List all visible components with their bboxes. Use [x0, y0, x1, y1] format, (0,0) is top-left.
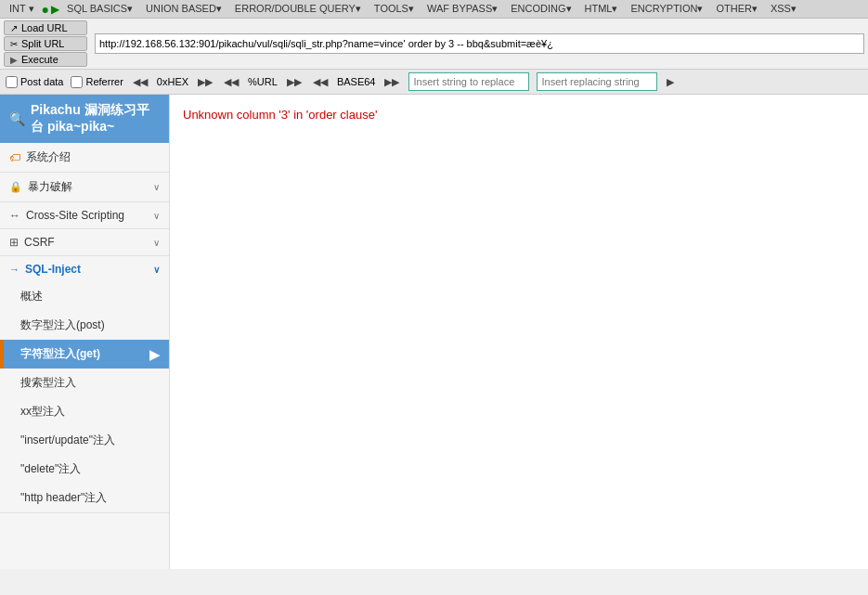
- sidebar-item-sqlinject[interactable]: → SQL-Inject ∨: [0, 256, 169, 282]
- hex-right-arrow[interactable]: ▶▶: [196, 76, 214, 88]
- section-bruteforce: 🔒 暴力破解 ∨: [0, 173, 169, 202]
- tag-icon: 🏷: [9, 151, 20, 164]
- sqlinject-label: SQL-Inject: [25, 263, 81, 276]
- menu-xss[interactable]: XSS▾: [765, 1, 802, 17]
- intro-label: 系统介绍: [26, 149, 71, 165]
- execute-button[interactable]: Execute: [4, 52, 87, 67]
- sidebar-subitem-xxtype[interactable]: xx型注入: [0, 397, 169, 426]
- sidebar-subitem-stringget[interactable]: 字符型注入(get) ▶: [0, 340, 169, 369]
- hex-left-arrow[interactable]: ◀◀: [131, 76, 149, 88]
- referrer-label: Referrer: [85, 76, 123, 87]
- menu-html[interactable]: HTML▾: [579, 1, 624, 17]
- green-play-icon[interactable]: ▶: [51, 3, 59, 16]
- active-arrow-icon: ▶: [149, 347, 160, 362]
- hex-label: 0xHEX: [157, 76, 188, 87]
- sql-arrow-icon: →: [9, 264, 19, 275]
- lock-icon: 🔒: [9, 181, 22, 193]
- section-sqlinject: → SQL-Inject ∨ 概述 数字型注入(post) 字符型注入(get)…: [0, 256, 169, 513]
- checkbox-row: Post data Referrer ◀◀ 0xHEX ▶▶ ◀◀ %URL ▶…: [0, 70, 868, 95]
- menu-encryption[interactable]: ENCRYPTION▾: [625, 1, 708, 17]
- menu-union-based[interactable]: UNION BASED▾: [140, 1, 227, 17]
- error-message: Unknown column '3' in 'order clause': [183, 108, 855, 122]
- menu-sql-basics[interactable]: SQL BASICS▾: [61, 1, 138, 17]
- sidebar-subitem-searchtype[interactable]: 搜索型注入: [0, 369, 169, 397]
- referrer-checkbox-item: Referrer: [71, 76, 123, 88]
- main-area: 🔍 Pikachu 漏洞练习平台 pika~pika~ 🏷 系统介绍 🔒 暴力破…: [0, 95, 868, 569]
- post-data-checkbox-item: Post data: [6, 76, 63, 88]
- sidebar-item-intro[interactable]: 🏷 系统介绍: [0, 143, 169, 172]
- menu-other[interactable]: OTHER▾: [710, 1, 763, 17]
- xss-chevron: ∨: [153, 211, 160, 221]
- csrf-icon: ⊞: [9, 236, 19, 249]
- sidebar-item-csrf[interactable]: ⊞ CSRF ∨: [0, 229, 169, 255]
- menu-waf-bypass[interactable]: WAF BYPASS▾: [421, 1, 503, 17]
- post-data-label: Post data: [20, 76, 63, 87]
- section-xss: ↔ Cross-Site Scripting ∨: [0, 202, 169, 229]
- load-url-button[interactable]: ↗ Load URL: [4, 20, 87, 35]
- xss-icon: ↔: [9, 209, 20, 222]
- url-input[interactable]: [95, 33, 864, 54]
- search-icon: 🔍: [9, 111, 25, 126]
- sqlinject-chevron: ∨: [153, 265, 160, 275]
- post-data-checkbox[interactable]: [6, 76, 18, 88]
- xss-label: Cross-Site Scripting: [26, 209, 124, 222]
- insert-string-replace-input[interactable]: [408, 72, 529, 91]
- sidebar-subitem-delete[interactable]: "delete"注入: [0, 455, 169, 484]
- content-area: Unknown column '3' in 'order clause': [170, 95, 868, 569]
- sidebar-item-bruteforce[interactable]: 🔒 暴力破解 ∨: [0, 173, 169, 201]
- sidebar-title: Pikachu 漏洞练习平台 pika~pika~: [31, 102, 160, 136]
- csrf-label: CSRF: [24, 236, 55, 249]
- active-indicator: [0, 340, 4, 369]
- httpheader-label: "http header"注入: [20, 490, 107, 506]
- sidebar-subitem-insertupdate[interactable]: "insert/update"注入: [0, 426, 169, 455]
- sidebar-subitem-httpheader[interactable]: "http header"注入: [0, 484, 169, 512]
- stringget-label: 字符型注入(get): [20, 346, 100, 362]
- section-intro: 🏷 系统介绍: [0, 143, 169, 173]
- section-csrf: ⊞ CSRF ∨: [0, 229, 169, 256]
- base64-right-arrow[interactable]: ▶▶: [382, 76, 401, 88]
- split-url-button[interactable]: ✂ Split URL: [4, 36, 87, 51]
- base64-left-arrow[interactable]: ◀◀: [311, 76, 330, 88]
- sidebar-header: 🔍 Pikachu 漏洞练习平台 pika~pika~: [0, 95, 169, 143]
- sidebar-subitem-numericpost[interactable]: 数字型注入(post): [0, 311, 169, 340]
- extra-arrow[interactable]: ▶: [665, 76, 676, 88]
- xxtype-label: xx型注入: [20, 404, 65, 420]
- load-url-label: Load URL: [21, 22, 68, 33]
- sidebar: 🔍 Pikachu 漏洞练习平台 pika~pika~ 🏷 系统介绍 🔒 暴力破…: [0, 95, 170, 569]
- sidebar-item-xss[interactable]: ↔ Cross-Site Scripting ∨: [0, 202, 169, 228]
- sidebar-subitem-overview[interactable]: 概述: [0, 282, 169, 311]
- menu-encoding[interactable]: ENCODING▾: [505, 1, 577, 17]
- menu-tools[interactable]: TOOLS▾: [369, 1, 420, 17]
- execute-icon: [10, 54, 18, 65]
- url-left-arrow[interactable]: ◀◀: [222, 76, 240, 88]
- url-toolbar: ↗ Load URL ✂ Split URL Execute: [0, 19, 868, 70]
- base64-label: BASE64: [337, 76, 376, 87]
- split-url-label: Split URL: [21, 38, 64, 49]
- bruteforce-label: 暴力破解: [28, 179, 72, 195]
- green-dot-icon[interactable]: ●: [42, 2, 49, 17]
- csrf-chevron: ∨: [153, 238, 160, 248]
- searchtype-label: 搜索型注入: [20, 375, 76, 391]
- menu-bar: INT ▾ ● ▶ SQL BASICS▾ UNION BASED▾ ERROR…: [0, 0, 868, 19]
- nav-buttons: ↗ Load URL ✂ Split URL Execute: [4, 20, 87, 67]
- url-right-arrow[interactable]: ▶▶: [285, 76, 304, 88]
- overview-label: 概述: [20, 289, 43, 304]
- bruteforce-chevron: ∨: [153, 182, 160, 192]
- delete-label: "delete"注入: [20, 461, 81, 477]
- menu-error-double-query[interactable]: ERROR/DOUBLE QUERY▾: [229, 1, 367, 17]
- execute-label: Execute: [21, 54, 58, 65]
- load-url-icon: ↗: [10, 23, 18, 33]
- referrer-checkbox[interactable]: [71, 76, 83, 88]
- numericpost-label: 数字型注入(post): [20, 317, 105, 333]
- insert-replacing-string-input[interactable]: [537, 72, 657, 91]
- url-label: %URL: [248, 76, 278, 87]
- menu-int[interactable]: INT ▾: [4, 1, 40, 17]
- split-url-icon: ✂: [10, 39, 18, 49]
- insertupdate-label: "insert/update"注入: [20, 433, 115, 448]
